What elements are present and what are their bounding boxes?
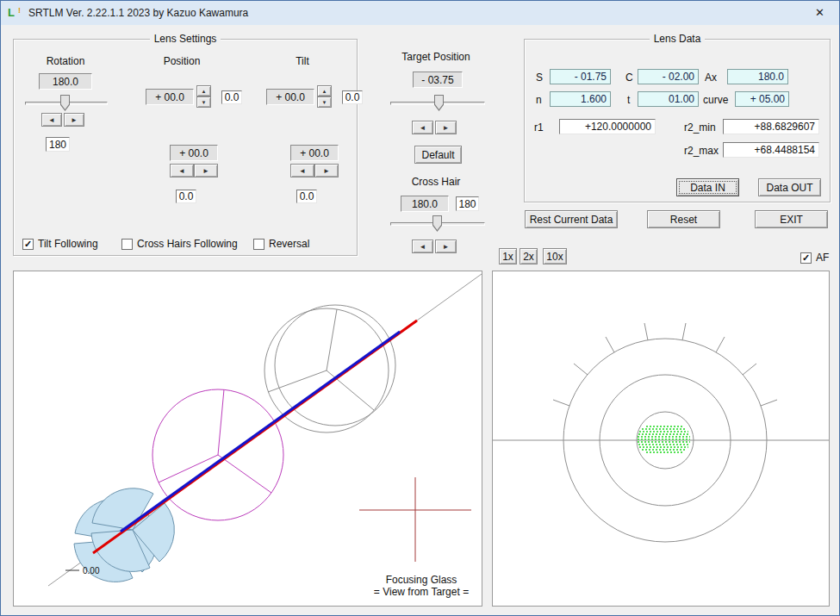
rotation-display-field: 180 — [46, 137, 70, 152]
tilt-vertical-field[interactable]: + 00.0 — [266, 89, 314, 105]
origin-distance-label: 0.00 — [83, 566, 100, 576]
panel-caption-line2: = View from Target = — [374, 586, 469, 598]
target-position-field[interactable]: - 03.75 — [413, 72, 463, 88]
data-out-button[interactable]: Data OUT — [758, 178, 821, 196]
target-position-slider-thumb[interactable] — [434, 95, 444, 111]
position-spin-down-button[interactable]: ▼ — [196, 96, 211, 108]
cross-hair-slider-thumb[interactable] — [432, 215, 442, 232]
tilt-horizontal-field[interactable]: + 00.0 — [290, 145, 339, 161]
lens-data-title: Lens Data — [524, 33, 831, 45]
n-field[interactable]: 1.600 — [550, 91, 611, 107]
app-icon-mark: ! — [18, 4, 21, 17]
position-step-right-button[interactable]: ► — [194, 164, 218, 177]
tilt-horizontal-step-field: 0.0 — [296, 190, 317, 203]
tilt-step-right-button[interactable]: ► — [314, 164, 339, 177]
reset-button[interactable]: Reset — [647, 210, 720, 228]
checkbox-tilt-following[interactable]: ✓ Tilt Following — [22, 238, 98, 250]
right-arrow-icon: ► — [443, 243, 450, 251]
checkbox-box[interactable]: ✓ — [22, 239, 34, 250]
app-icon-letter: L — [8, 6, 15, 19]
position-spin-up-button[interactable]: ▲ — [196, 85, 211, 96]
ray-bundle-blue — [121, 332, 400, 532]
right-arrow-icon: ► — [323, 167, 330, 175]
r2-min-field: +88.6829607 — [723, 119, 819, 134]
t-label: t — [627, 94, 630, 106]
checkbox-reversal[interactable]: Reversal — [253, 238, 309, 250]
cross-hair-display-field: 180 — [456, 196, 479, 211]
default-button[interactable]: Default — [414, 146, 462, 164]
checkbox-box[interactable]: ✓ — [800, 252, 812, 264]
right-arrow-icon: ► — [71, 116, 78, 124]
s-field[interactable]: - 01.75 — [550, 69, 611, 84]
right-arrow-icon: ► — [443, 124, 450, 132]
r1-field: +120.0000000 — [559, 119, 656, 134]
close-icon: ✕ — [815, 6, 824, 19]
position-step-left-button[interactable]: ◄ — [170, 164, 194, 177]
app-icon: L! — [8, 6, 22, 20]
cross-hair-step-right-button[interactable]: ► — [435, 240, 457, 253]
lens-diagram-panel: 0.00 Focusing Glass = View from Target = — [13, 271, 482, 607]
target-position-label: Target Position — [393, 51, 479, 63]
checkbox-label: Cross Hairs Following — [137, 238, 238, 250]
close-button[interactable]: ✕ — [800, 1, 839, 25]
position-label: Position — [156, 55, 208, 67]
checkbox-label: AF — [816, 252, 829, 264]
r2-max-label: r2_max — [684, 145, 719, 157]
s-label: S — [536, 72, 543, 84]
tilt-label: Tilt — [281, 55, 324, 67]
checkbox-cross-hairs-following[interactable]: Cross Hairs Following — [121, 238, 238, 250]
position-vertical-field[interactable]: + 00.0 — [146, 89, 194, 105]
rotation-value-field[interactable]: 180.0 — [39, 73, 92, 90]
spot-diagram — [638, 426, 690, 452]
curve-label: curve — [703, 94, 728, 106]
zoom-2x-button[interactable]: 2x — [520, 248, 538, 264]
zoom-1x-button[interactable]: 1x — [499, 248, 517, 264]
target-step-left-button[interactable]: ◄ — [412, 121, 433, 134]
lens-settings-title: Lens Settings — [13, 33, 358, 45]
position-horizontal-field[interactable]: + 00.0 — [170, 145, 218, 161]
focus-crosshair — [359, 477, 471, 562]
rotation-label: Rotation — [35, 55, 96, 67]
left-arrow-icon: ◄ — [48, 116, 55, 124]
rest-current-data-button[interactable]: Rest Current Data — [525, 210, 618, 228]
left-arrow-icon: ◄ — [299, 167, 306, 175]
down-arrow-icon: ▼ — [322, 100, 327, 105]
tilt-step-left-button[interactable]: ◄ — [290, 164, 314, 177]
ax-label: Ax — [705, 72, 717, 84]
tilt-spin-up-button[interactable]: ▲ — [317, 85, 332, 96]
titlebar: L! SRTLM Ver. 2.22.1.1 2023 by Kazuo Kaw… — [1, 1, 839, 25]
ax-field[interactable]: 180.0 — [727, 69, 788, 84]
checkbox-box[interactable] — [121, 239, 133, 250]
cross-hair-label: Cross Hair — [404, 176, 468, 188]
t-field[interactable]: 01.00 — [638, 91, 699, 107]
target-view-panel — [492, 271, 830, 607]
checkbox-af[interactable]: ✓ AF — [800, 252, 829, 264]
rotation-step-left-button[interactable]: ◄ — [41, 113, 62, 127]
c-field[interactable]: - 02.00 — [638, 69, 699, 84]
target-step-right-button[interactable]: ► — [435, 121, 457, 134]
checkbox-box[interactable] — [253, 239, 264, 250]
exit-button[interactable]: EXIT — [755, 210, 828, 228]
cross-hair-step-left-button[interactable]: ◄ — [412, 240, 433, 253]
up-arrow-icon: ▲ — [202, 89, 207, 94]
data-in-button[interactable]: Data IN — [676, 178, 739, 196]
n-label: n — [536, 94, 542, 106]
middle-lens-wheel — [152, 389, 283, 520]
target-view — [493, 271, 829, 606]
app-window: L! SRTLM Ver. 2.22.1.1 2023 by Kazuo Kaw… — [0, 0, 840, 616]
left-arrow-icon: ◄ — [178, 167, 185, 175]
panel-caption-line1: Focusing Glass — [386, 574, 457, 586]
curve-field[interactable]: + 05.00 — [735, 91, 789, 107]
content-area: Lens Settings Rotation 180.0 ◄ ► 180 Pos… — [1, 25, 839, 615]
r1-label: r1 — [534, 121, 544, 134]
checkbox-label: Tilt Following — [38, 238, 98, 250]
rotation-step-right-button[interactable]: ► — [64, 113, 84, 127]
checkbox-label: Reversal — [269, 238, 309, 250]
position-horizontal-step-field: 0.0 — [176, 190, 196, 203]
down-arrow-icon: ▼ — [202, 100, 207, 105]
tilt-spin-down-button[interactable]: ▼ — [317, 96, 332, 108]
zoom-10x-button[interactable]: 10x — [543, 248, 567, 264]
cross-hair-value-field[interactable]: 180.0 — [401, 196, 449, 212]
left-arrow-icon: ◄ — [420, 124, 426, 132]
r2-max-field: +68.4488154 — [723, 142, 819, 158]
